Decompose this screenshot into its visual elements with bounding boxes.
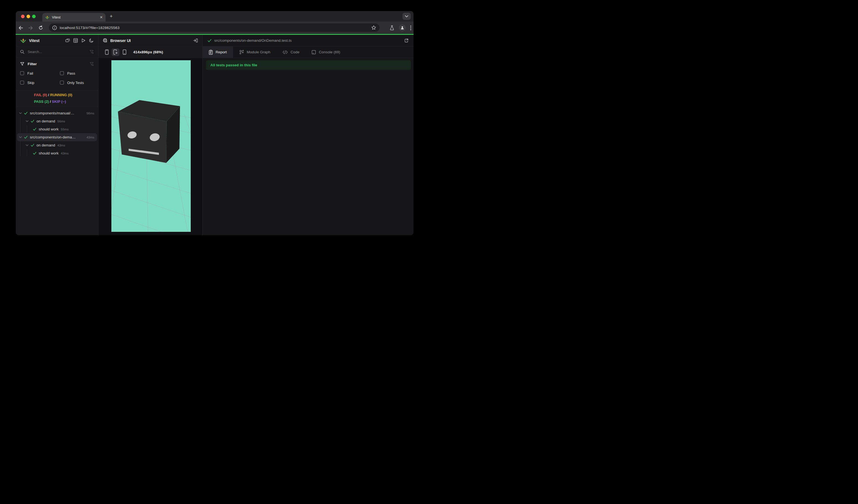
sidebar-header: Vitest <box>16 35 98 46</box>
tested-component-preview[interactable] <box>111 60 191 232</box>
test-case-name: should work <box>39 127 59 131</box>
chevron-down-icon[interactable] <box>18 136 22 138</box>
globe-icon <box>103 38 108 43</box>
collapse-panel-icon[interactable] <box>193 38 198 43</box>
viewport-size-label: 414x896px (68%) <box>133 50 163 54</box>
filter-section: Filter Fail Pass Skip Only Tests <box>16 58 98 91</box>
test-file-row-selected[interactable]: src/components/on-dema… 43ms <box>16 133 98 141</box>
test-case-name: should work <box>39 151 59 155</box>
pass-check-icon <box>24 112 28 115</box>
test-duration: 56ms <box>58 120 65 123</box>
tab-close-icon[interactable]: ✕ <box>100 15 103 19</box>
app-title: Vitest <box>29 38 62 43</box>
tab-search-button[interactable] <box>402 13 411 20</box>
search-input[interactable]: Search... <box>28 50 86 54</box>
report-panel: src/components/on-demand/OnDemand.test.t… <box>203 35 414 235</box>
device-phone-icon[interactable] <box>103 48 111 56</box>
test-file-name: src/components/manual/… <box>30 111 74 115</box>
test-suite-row[interactable]: on demand 56ms <box>16 117 98 125</box>
device-tablet-icon[interactable] <box>121 48 128 56</box>
test-duration: 43ms <box>61 152 68 155</box>
test-duration: 43ms <box>58 144 65 147</box>
chevron-down-icon[interactable] <box>25 144 29 146</box>
browser-ui-panel: Browser UI 414x896px (68%) <box>98 35 202 235</box>
skip-count: SKIP (--) <box>52 99 66 103</box>
dock-panel-icon[interactable] <box>65 38 70 43</box>
sidebar: Vitest <box>16 35 98 235</box>
menu-dots-icon[interactable] <box>410 26 411 30</box>
search-bar[interactable]: Search... <box>16 46 98 58</box>
file-header: src/components/on-demand/OnDemand.test.t… <box>203 35 414 46</box>
tab-report[interactable]: Report <box>203 46 233 58</box>
run-all-icon[interactable] <box>81 38 86 43</box>
url-text[interactable]: localhost:5173/#/?file=1828625563 <box>60 26 368 30</box>
code-icon <box>283 50 288 54</box>
pass-check-icon <box>33 152 36 155</box>
reload-icon[interactable] <box>36 26 46 30</box>
chevron-down-icon[interactable] <box>18 112 22 114</box>
preview-viewport <box>98 58 202 235</box>
test-suite-row[interactable]: on demand 43ms <box>16 141 98 149</box>
browser-window: Vitest ✕ + localhost:5173/#/?file=182862… <box>16 11 414 235</box>
test-case-row[interactable]: should work 43ms <box>16 149 98 157</box>
checkbox[interactable] <box>60 71 64 75</box>
filter-checkbox-fail[interactable]: Fail <box>20 69 60 77</box>
address-bar[interactable]: localhost:5173/#/?file=1828625563 <box>49 23 380 32</box>
experiments-flask-icon[interactable] <box>390 25 395 30</box>
pass-check-icon <box>208 39 211 42</box>
banner-text: All tests passed in this file <box>210 63 257 67</box>
tab-strip: Vitest ✕ + <box>16 11 414 21</box>
device-phone-add-icon[interactable] <box>112 48 120 56</box>
filter-checkbox-pass[interactable]: Pass <box>60 69 94 77</box>
console-icon <box>312 50 316 54</box>
close-window-button[interactable] <box>21 15 25 18</box>
running-count: RUNNING (0) <box>50 93 72 97</box>
vitest-favicon-icon <box>45 15 49 20</box>
open-external-icon[interactable] <box>404 38 409 43</box>
browser-ui-title: Browser UI <box>110 38 190 43</box>
test-duration: 43ms <box>86 136 94 139</box>
pass-check-icon <box>33 128 36 131</box>
chevron-down-icon[interactable] <box>25 120 29 122</box>
report-clipboard-icon <box>209 50 213 55</box>
device-toolbar: 414x896px (68%) <box>98 46 202 58</box>
report-tabs: Report Module Graph Code <box>203 46 414 58</box>
new-tab-button[interactable]: + <box>110 14 113 19</box>
clear-search-filter-icon[interactable] <box>90 50 94 54</box>
dark-mode-moon-icon[interactable] <box>89 38 94 43</box>
filter-checkbox-skip[interactable]: Skip <box>20 79 60 87</box>
tab-module-graph[interactable]: Module Graph <box>233 46 277 58</box>
test-case-row[interactable]: should work 55ms <box>16 125 98 133</box>
back-icon[interactable] <box>16 26 26 30</box>
module-graph-icon <box>239 50 244 55</box>
test-tree: src/components/manual/… 56ms on demand 5… <box>16 107 98 157</box>
dashboard-icon[interactable] <box>73 38 78 43</box>
pass-check-icon <box>31 144 34 147</box>
browser-tab[interactable]: Vitest ✕ <box>42 13 106 21</box>
site-info-icon[interactable] <box>52 26 57 30</box>
zoom-window-button[interactable] <box>32 15 36 18</box>
checkbox[interactable] <box>20 81 24 84</box>
filter-title: Filter <box>28 62 86 66</box>
test-file-row[interactable]: src/components/manual/… 56ms <box>16 109 98 117</box>
browser-toolbar: localhost:5173/#/?file=1828625563 <box>16 21 414 34</box>
clear-filter-icon[interactable] <box>90 62 94 66</box>
tab-console[interactable]: Console (69) <box>305 46 346 58</box>
tab-title: Vitest <box>52 15 97 19</box>
profile-avatar[interactable] <box>399 24 406 31</box>
checkbox[interactable] <box>60 81 64 84</box>
pass-count: PASS (2) <box>34 99 49 103</box>
vitest-logo-icon <box>20 37 26 44</box>
checkbox[interactable] <box>20 71 24 75</box>
tab-code[interactable]: Code <box>276 46 305 58</box>
pass-check-icon <box>24 136 28 139</box>
test-suite-name: on demand <box>36 119 55 123</box>
bookmark-star-icon[interactable] <box>371 25 376 30</box>
test-duration: 56ms <box>86 112 94 115</box>
forward-icon[interactable] <box>26 26 36 30</box>
filter-checkbox-only-tests[interactable]: Only Tests <box>60 79 94 87</box>
minimize-window-button[interactable] <box>27 15 30 18</box>
filter-funnel-icon <box>20 62 24 66</box>
test-duration: 55ms <box>61 128 68 131</box>
search-icon <box>20 50 24 54</box>
